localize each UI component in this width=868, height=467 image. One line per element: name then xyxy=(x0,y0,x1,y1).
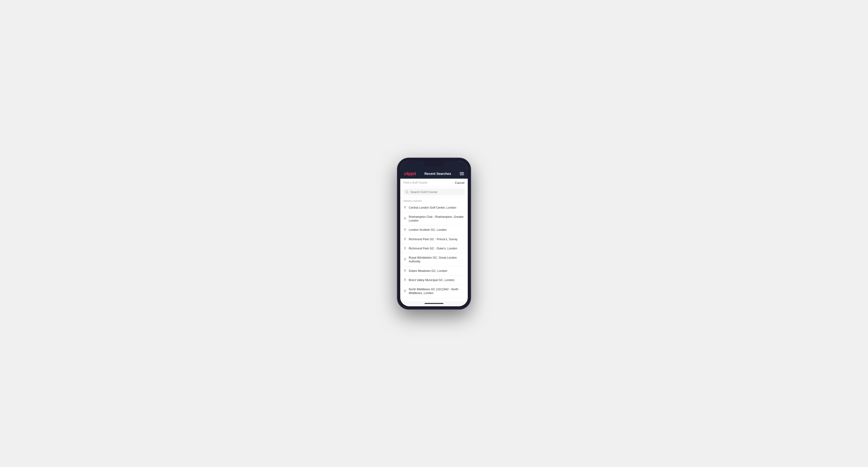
search-icon xyxy=(405,190,408,193)
course-list: Central London Golf Centre, LondonRoeham… xyxy=(400,203,468,301)
home-indicator xyxy=(425,303,443,304)
course-name: North Middlesex GC (1011942 - North Midd… xyxy=(409,287,464,295)
app-header: clippd Recent Searches xyxy=(400,169,468,179)
course-list-item[interactable]: Royal Wimbledon GC, Great London Authori… xyxy=(400,253,468,267)
nearby-section-label: Nearby courses xyxy=(400,197,468,203)
menu-button[interactable] xyxy=(460,172,464,175)
course-name: Richmond Park GC - Prince's, Surrey xyxy=(409,238,458,241)
home-indicator-area xyxy=(400,301,468,306)
menu-icon-line2 xyxy=(460,174,464,174)
course-name: Richmond Park GC - Duke's, London xyxy=(409,247,457,250)
pin-icon xyxy=(404,258,406,261)
course-list-item[interactable]: North Middlesex GC (1011942 - North Midd… xyxy=(400,285,468,298)
pin-icon xyxy=(404,238,406,241)
search-container xyxy=(400,187,468,197)
svg-line-1 xyxy=(408,192,408,193)
cancel-button[interactable]: Cancel xyxy=(455,181,464,185)
course-name: Brent Valley Municipal GC, London xyxy=(409,278,455,282)
find-bar: Find a Golf Course Cancel xyxy=(400,179,468,187)
menu-icon-line3 xyxy=(460,175,464,175)
pin-icon xyxy=(404,228,406,231)
course-name: London Scottish GC, London xyxy=(409,228,447,232)
pin-icon xyxy=(404,278,406,282)
search-input-wrapper xyxy=(403,189,465,195)
app-logo: clippd xyxy=(404,171,416,176)
notch-area xyxy=(400,161,468,169)
nearby-section: Nearby courses Central London Golf Centr… xyxy=(400,197,468,301)
course-list-item[interactable]: Dukes Meadows GC, London xyxy=(400,267,468,276)
course-list-item[interactable]: Richmond Park GC - Duke's, London xyxy=(400,244,468,253)
course-list-item[interactable]: Central London Golf Centre, London xyxy=(400,203,468,212)
content-area: Find a Golf Course Cancel Nearby courses… xyxy=(400,179,468,301)
phone-screen: clippd Recent Searches Find a Golf Cours… xyxy=(400,161,468,306)
header-title: Recent Searches xyxy=(425,172,451,176)
course-name: Roehampton Club - Roehampton, Greater Lo… xyxy=(409,215,464,223)
phone-device: clippd Recent Searches Find a Golf Cours… xyxy=(397,158,471,309)
course-list-item[interactable]: London Scottish GC, London xyxy=(400,225,468,235)
pin-icon xyxy=(404,206,406,209)
pin-icon xyxy=(404,269,406,273)
notch xyxy=(423,161,445,166)
course-name: Central London Golf Centre, London xyxy=(409,206,457,210)
pin-icon xyxy=(404,247,406,250)
menu-icon-line1 xyxy=(460,172,464,173)
search-input[interactable] xyxy=(410,190,463,194)
course-list-item[interactable]: Roehampton Club - Roehampton, Greater Lo… xyxy=(400,212,468,226)
pin-icon xyxy=(404,217,406,220)
find-label: Find a Golf Course xyxy=(404,181,427,184)
pin-icon xyxy=(404,289,406,293)
course-list-item[interactable]: Coombe Hill GC, Kingston upon Thames xyxy=(400,298,468,301)
course-name: Royal Wimbledon GC, Great London Authori… xyxy=(409,256,464,263)
course-list-item[interactable]: Richmond Park GC - Prince's, Surrey xyxy=(400,235,468,244)
course-list-item[interactable]: Brent Valley Municipal GC, London xyxy=(400,276,468,285)
course-name: Dukes Meadows GC, London xyxy=(409,269,447,273)
